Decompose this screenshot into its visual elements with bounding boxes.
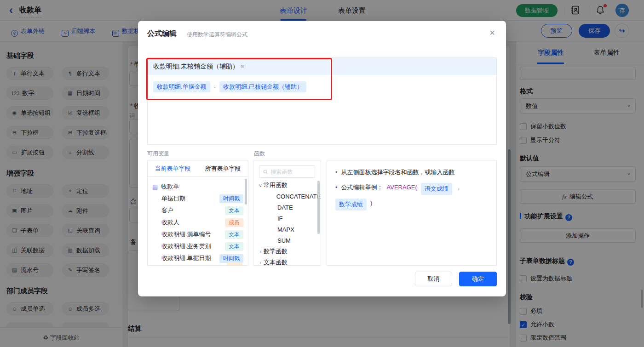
- variable-label: 收款明细.源单编号: [161, 230, 211, 239]
- formula-edit-modal: 公式编辑 使用数学运算符编辑公式 × 收款明细.未核销金额（辅助） = 收款明细…: [138, 21, 506, 296]
- variables-tree-root[interactable]: ▤收款单: [148, 181, 248, 193]
- variables-tree: 单据日期时间戳客户文本收款人成员收款明细.源单编号文本收款明细.业务类别文本收款…: [148, 193, 248, 264]
- help-line-1: •从左侧面板选择字段名和函数，或输入函数: [335, 168, 488, 177]
- cancel-button[interactable]: 取消: [415, 272, 452, 286]
- example-chip-2: 数学成绩: [335, 199, 367, 210]
- fn-sum[interactable]: SUM: [253, 235, 321, 246]
- fn-concatenate[interactable]: CONCATENATE: [253, 191, 321, 202]
- function-label: 文本函数: [264, 258, 288, 266]
- help-panel: •从左侧面板选择字段名和函数，或输入函数 • 公式编辑举例： AVERAGE( …: [327, 160, 497, 266]
- fn-group-common[interactable]: ∨常用函数: [253, 180, 321, 191]
- variable-label: 收款明细.单据日期: [161, 254, 211, 262]
- fn-date[interactable]: DATE: [253, 202, 321, 213]
- tab-all-form-fields[interactable]: 所有表单字段: [198, 160, 248, 176]
- function-label: SUM: [277, 237, 291, 244]
- type-badge: 文本: [225, 242, 243, 251]
- example-chip-1: 语文成绩: [421, 183, 452, 195]
- type-badge: 成员: [225, 218, 243, 227]
- tree-chevron-icon: ›: [257, 249, 264, 254]
- form-doc-icon: ▤: [152, 183, 158, 190]
- variables-label: 可用变量: [147, 150, 169, 158]
- formula-target-line: 收款明细.未核销金额（辅助） =: [148, 58, 496, 75]
- function-label: MAPX: [277, 226, 294, 233]
- tree-chevron-icon: ∨: [257, 182, 264, 188]
- tree-chevron-icon: ›: [257, 260, 264, 265]
- tab-current-form-fields[interactable]: 当前表单字段: [148, 160, 198, 176]
- function-search-input[interactable]: [270, 169, 311, 175]
- type-badge: 文本: [225, 206, 243, 215]
- function-label: DATE: [277, 204, 293, 211]
- variable-label: 收款人: [161, 218, 179, 227]
- variables-scrollbar[interactable]: [245, 179, 247, 205]
- help-line-2: • 公式编辑举例： AVERAGE( 语文成绩 ， 数学成绩 ): [335, 183, 488, 210]
- function-name-example: AVERAGE(: [387, 183, 417, 192]
- function-label: CONCATENATE: [276, 193, 321, 200]
- function-label: IF: [277, 215, 283, 222]
- type-badge: 时间戳: [219, 194, 243, 203]
- formula-token-operand2[interactable]: 收款明细.已核销金额（辅助）: [219, 81, 306, 92]
- modal-subtitle: 使用数学运算符编辑公式: [187, 31, 247, 39]
- search-icon: [263, 169, 268, 175]
- variables-panel: 当前表单字段 所有表单字段 ▤收款单 单据日期时间戳客户文本收款人成员收款明细.…: [147, 160, 248, 266]
- var-field-biz-type[interactable]: 收款明细.业务类别文本: [148, 240, 248, 252]
- variable-label: 客户: [161, 206, 173, 215]
- function-label: 常用函数: [264, 181, 288, 189]
- type-badge: 时间戳: [219, 254, 243, 263]
- confirm-button[interactable]: 确定: [459, 272, 497, 286]
- functions-tree: ∨常用函数CONCATENATEDATEIFMAPXSUM›数学函数›文本函数: [253, 180, 321, 266]
- variable-label: 收款明细.业务类别: [161, 242, 211, 250]
- functions-panel: ∨常用函数CONCATENATEDATEIFMAPXSUM›数学函数›文本函数: [253, 160, 321, 266]
- function-label: 数学函数: [264, 247, 288, 256]
- var-field-source-no[interactable]: 收款明细.源单编号文本: [148, 228, 248, 240]
- fn-mapx[interactable]: MAPX: [253, 224, 321, 235]
- modal-title: 公式编辑: [147, 29, 177, 39]
- formula-editor[interactable]: 收款明细.未核销金额（辅助） = 收款明细.单据金额 - 收款明细.已核销金额（…: [147, 57, 497, 145]
- fn-if[interactable]: IF: [253, 213, 321, 224]
- var-field-payee[interactable]: 收款人成员: [148, 216, 248, 228]
- functions-scrollbar[interactable]: [317, 181, 320, 234]
- close-icon[interactable]: ×: [489, 28, 495, 37]
- functions-label: 函数: [254, 150, 265, 158]
- fn-group-math[interactable]: ›数学函数: [253, 246, 321, 257]
- variable-label: 单据日期: [161, 194, 185, 203]
- clipped-badge: [227, 262, 242, 265]
- type-badge: 文本: [225, 230, 243, 239]
- var-field-customer[interactable]: 客户文本: [148, 205, 248, 216]
- fn-group-text[interactable]: ›文本函数: [253, 257, 321, 266]
- formula-expression: 收款明细.单据金额 - 收款明细.已核销金额（辅助）: [148, 75, 496, 99]
- screen: ‹ 收款单 表单设计 表单设置 数据管理 存 ⊘表单外链 ∿后端脚本 ⊪数据权 …: [0, 0, 644, 347]
- formula-token-operand1[interactable]: 收款明细.单据金额: [153, 81, 210, 92]
- var-field-doc-date[interactable]: 单据日期时间戳: [148, 193, 248, 205]
- variables-tabs: 当前表单字段 所有表单字段: [148, 160, 248, 177]
- function-search[interactable]: [259, 165, 315, 178]
- formula-operator: -: [214, 83, 216, 91]
